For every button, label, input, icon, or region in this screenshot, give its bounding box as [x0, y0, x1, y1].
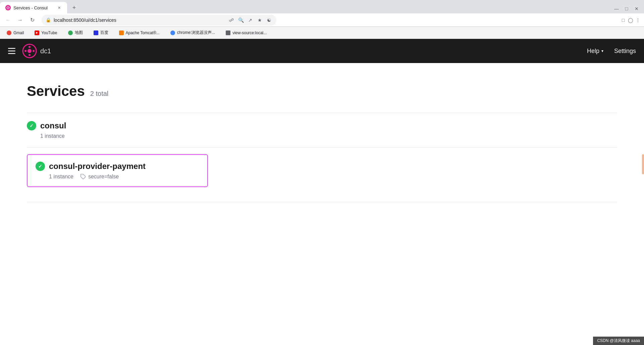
service-name: consul-provider-payment [49, 162, 146, 171]
service-meta: 1 instance secure=false [36, 174, 199, 180]
service-meta: 1 instance [27, 133, 617, 139]
tab-title: Services - Consul [13, 5, 54, 10]
instance-count: 1 instance [40, 133, 65, 139]
nav-right: Help ▾ Settings [587, 48, 636, 55]
url-input[interactable]: 🔒 localhost:8500/ui/dc1/services ☍ 🔍 ↗ ★… [42, 15, 276, 25]
translate-icon[interactable]: ☍ [228, 17, 235, 23]
minimize-button[interactable]: — [612, 4, 621, 13]
bookmark-chrome-settings[interactable]: chrome:浏览器没声... [168, 28, 218, 37]
gmail-favicon [7, 31, 11, 35]
top-navigation: dc1 Help ▾ Settings [0, 39, 644, 63]
tag-container: secure=false [80, 174, 119, 180]
service-name-row: ✓ consul [27, 121, 617, 130]
services-list: ✓ consul 1 instance ✓ [27, 113, 617, 202]
back-button[interactable]: ← [3, 15, 13, 25]
chrome-favicon [170, 31, 175, 35]
tag-icon [80, 174, 86, 180]
hamburger-menu-button[interactable] [8, 48, 15, 54]
bookmark-view-source[interactable]: view-source:local... [223, 29, 269, 37]
service-row-highlighted-container: ✓ consul-provider-payment 1 instance [27, 148, 617, 195]
active-tab[interactable]: Services - Consul ✕ [0, 2, 67, 13]
main-content: Services 2 total ✓ consul 1 instance [0, 63, 644, 345]
view-source-favicon [226, 31, 230, 35]
tab-bar: Services - Consul ✕ + — □ ✕ [0, 0, 644, 13]
status-passing-icon: ✓ [36, 162, 45, 171]
maximize-button[interactable]: □ [622, 4, 631, 13]
bookmark-baidu[interactable]: 百度 [91, 28, 111, 37]
status-passing-icon: ✓ [27, 121, 36, 130]
service-row[interactable]: ✓ consul 1 instance [27, 113, 617, 148]
bookmarks-bar: Gmail ▶ YouTube 地图 百度 Apache Tomcat®... … [0, 27, 644, 39]
extensions-icon[interactable]: ☯ [266, 17, 272, 23]
tomcat-favicon [119, 31, 124, 35]
consul-logo[interactable]: dc1 [22, 44, 51, 58]
svg-rect-4 [8, 51, 15, 52]
bookmark-maps[interactable]: 地图 [65, 28, 86, 37]
reload-button[interactable]: ↻ [27, 15, 38, 25]
svg-rect-5 [8, 53, 15, 54]
forward-button[interactable]: → [15, 15, 25, 25]
help-menu-button[interactable]: Help ▾ [587, 48, 603, 55]
svg-point-11 [29, 54, 31, 56]
services-count: 2 total [90, 90, 108, 98]
toolbar-icons: □ ◯ ⋮ [620, 17, 641, 23]
svg-point-8 [33, 50, 35, 52]
scrollbar-indicator[interactable] [642, 154, 644, 174]
youtube-favicon: ▶ [35, 31, 39, 35]
share-icon[interactable]: ↗ [247, 17, 254, 23]
window-controls: — □ ✕ [612, 4, 644, 13]
status-bar: CSDN @清风微读 aaaa [593, 337, 644, 345]
profile-icon[interactable]: ◯ [627, 17, 634, 23]
bookmark-gmail[interactable]: Gmail [4, 29, 26, 37]
more-options-icon[interactable]: ⋮ [635, 17, 641, 23]
settings-button[interactable]: Settings [614, 48, 636, 55]
tab-close-button[interactable]: ✕ [56, 5, 62, 10]
datacenter-name: dc1 [40, 47, 51, 55]
svg-point-7 [28, 49, 32, 53]
help-label: Help [587, 48, 599, 55]
address-bar: ← → ↻ 🔒 localhost:8500/ui/dc1/services ☍… [0, 13, 644, 27]
bookmark-youtube[interactable]: ▶ YouTube [32, 29, 60, 37]
service-name: consul [40, 121, 66, 130]
list-divider [27, 202, 617, 202]
new-tab-button[interactable]: + [68, 2, 80, 13]
service-card-highlighted[interactable]: ✓ consul-provider-payment 1 instance [27, 154, 208, 187]
bookmark-tomcat[interactable]: Apache Tomcat®... [116, 29, 162, 37]
baidu-favicon [94, 31, 98, 35]
consul-app: dc1 Help ▾ Settings Services 2 total [0, 39, 644, 345]
chevron-down-icon: ▾ [601, 49, 603, 53]
url-text: localhost:8500/ui/dc1/services [54, 17, 225, 23]
svg-point-2 [9, 7, 9, 8]
svg-rect-3 [8, 48, 15, 49]
service-name-row: ✓ consul-provider-payment [36, 162, 199, 171]
svg-point-9 [24, 50, 26, 52]
instance-count: 1 instance [49, 174, 73, 180]
zoom-icon[interactable]: 🔍 [237, 17, 244, 23]
extensions-puzzle-icon[interactable]: □ [620, 17, 627, 23]
tab-favicon [5, 5, 11, 10]
page-heading: Services 2 total [27, 83, 617, 99]
tag-value: secure=false [88, 174, 119, 180]
maps-favicon [68, 31, 73, 35]
svg-point-10 [29, 46, 31, 48]
close-button[interactable]: ✕ [632, 4, 641, 13]
bookmark-icon[interactable]: ★ [256, 17, 263, 23]
svg-point-1 [8, 7, 9, 8]
page-title: Services [27, 83, 85, 99]
status-text: CSDN @清风微读 aaaa [597, 338, 640, 343]
